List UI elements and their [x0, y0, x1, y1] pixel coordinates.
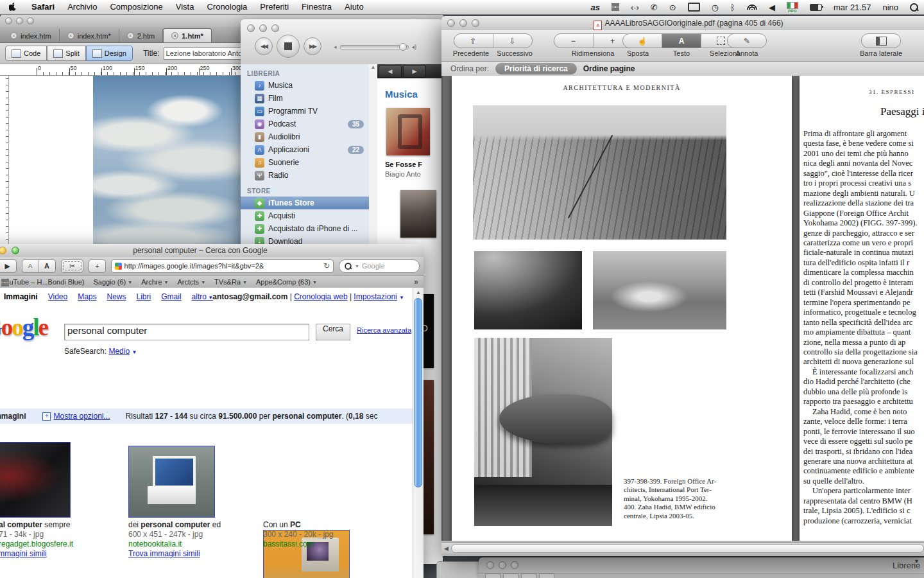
time-machine-menu-icon[interactable]: ◷ [706, 0, 724, 14]
pdf-zoom-button[interactable] [472, 19, 479, 27]
find-similar-link[interactable]: ova immagini simili [0, 549, 73, 559]
sidebar-item-acquistato-da-iphone-di-[interactable]: ✚Acquistato da iPhone di ... [241, 222, 369, 235]
menubar-user[interactable]: nino [877, 0, 904, 14]
google-nav-libri[interactable]: Libri [137, 292, 151, 301]
lastfm-menu-icon[interactable]: as [585, 0, 605, 14]
sort-page-order-button[interactable]: Ordine pagine [583, 64, 635, 73]
menu-vista[interactable]: Vista [169, 0, 201, 14]
tool-precedente[interactable]: ⇧ [454, 34, 493, 48]
bookmarks-overflow-chevron[interactable]: » [414, 277, 418, 286]
menu-preferiti[interactable]: Preferiti [253, 0, 295, 14]
tab-close-icon[interactable]: × [10, 32, 17, 39]
safari-titlebar[interactable]: personal computer – Cerca con Google [0, 244, 424, 257]
editor-tab-indexhtm[interactable]: ×index.htm* [60, 29, 119, 42]
safesearch-value-link[interactable]: Medio [108, 347, 130, 356]
pdf-close-button[interactable] [447, 19, 455, 27]
bookmark-tvs-ra[interactable]: TVs&Ra▼ [214, 278, 247, 286]
stop-button[interactable] [277, 35, 300, 58]
bookmarks-grid-icon[interactable] [1, 279, 9, 286]
safari-minimize-button[interactable] [0, 247, 6, 254]
store-back-button[interactable]: ◀ [379, 65, 402, 78]
menu-finestra[interactable]: Finestra [295, 0, 338, 14]
editor-tab-2htm[interactable]: ×2.htm [119, 29, 164, 42]
settings-link[interactable]: Impostazioni [354, 292, 397, 301]
sidebar-item-film[interactable]: ▦Film [241, 92, 369, 105]
editor-tab-indexhtm[interactable]: ×index.htm [3, 29, 60, 42]
menu-cronologia[interactable]: Cronologia [200, 0, 253, 14]
code-view-button[interactable]: Code [5, 46, 47, 61]
album-1-title[interactable]: Se Fosse F [385, 161, 422, 168]
sidebar-item-applicazioni[interactable]: AApplicazioni22 [241, 143, 369, 156]
sidebar-item-radio[interactable]: ΨRadio [241, 169, 369, 182]
editor-minimize-button[interactable] [16, 17, 23, 24]
tool-barra-laterale[interactable] [862, 34, 900, 48]
spotlight-menu-icon[interactable] [904, 0, 924, 14]
itunes-minimize-button[interactable] [259, 24, 267, 32]
settings-arrow-icon[interactable]: ▼ [399, 295, 404, 301]
itunes-titlebar[interactable]: ◀◀ ▶▶ ◂ ◂) [241, 19, 443, 65]
sidebar-item-programmi-tv[interactable]: ▭Programmi TV [241, 105, 369, 118]
tool-sposta[interactable]: ☝ [623, 34, 662, 48]
bookmark-appe-comp-63-[interactable]: Appe&Comp (63)▼ [256, 278, 317, 286]
safari-zoom-button[interactable] [12, 247, 19, 254]
reload-icon[interactable]: ↻ [323, 261, 330, 270]
volume-slider[interactable] [340, 45, 409, 49]
pdf-left-page[interactable]: ARCHITETTURA E MODERNITÀ 397-398-399. Fo… [452, 76, 792, 541]
album-cover-1[interactable] [386, 108, 430, 155]
tool-ridimensiona[interactable]: − [554, 34, 594, 48]
displays-menu-icon[interactable] [682, 0, 706, 14]
clouds-image[interactable] [93, 76, 241, 252]
toolbar-search-field[interactable]: ▼ Google [339, 259, 420, 273]
librerie-close-button[interactable] [486, 561, 494, 569]
bookmark-saggio-6-[interactable]: Saggio (6)▼ [93, 278, 132, 286]
scroll-up-arrow-icon[interactable]: ▲ [413, 288, 424, 295]
store-forward-button[interactable]: ▶ [403, 65, 426, 78]
document-title-field[interactable]: Lezione laboratorio Antonino S [164, 48, 244, 60]
battery-menu-icon[interactable] [804, 0, 828, 14]
google-nav-gmail[interactable]: Gmail [161, 292, 181, 301]
wifi-menu-icon[interactable] [741, 0, 763, 14]
url-text[interactable]: http://images.google.it/images?hl=it&gbv… [124, 262, 264, 270]
google-nav-immagini[interactable]: Immagini [4, 292, 38, 301]
larger-text-button[interactable]: A [38, 260, 55, 272]
tab-close-icon[interactable]: × [171, 32, 178, 39]
tool-successivo[interactable]: ⇩ [493, 34, 532, 48]
scroll-left-arrow-icon[interactable]: ◀ [441, 545, 451, 552]
google-nav-news[interactable]: News [107, 292, 126, 301]
show-options-link[interactable]: Mostra opzioni... [53, 412, 110, 421]
previous-track-button[interactable]: ◀◀ [255, 37, 273, 55]
show-options[interactable]: + Mostra opzioni... [42, 412, 110, 421]
sidebar-item-audiolibri[interactable]: ▮Audiolibri [241, 130, 369, 143]
result-title[interactable]: Con un PC [263, 520, 333, 530]
album-cover-2[interactable] [400, 190, 436, 238]
account-email[interactable]: antosag@gmail.com [212, 292, 287, 301]
safesearch-arrow-icon[interactable]: ▼ [132, 349, 137, 355]
editor-tab-1htm[interactable]: ×1.htm* [163, 28, 212, 42]
apple-menu[interactable] [0, 3, 25, 12]
sidebar-item-suonerie[interactable]: ♫Suonerie [241, 156, 369, 169]
design-view-button[interactable]: Design [86, 46, 133, 61]
pdf-horizontal-scrollbar[interactable]: ◀ [441, 542, 924, 554]
address-bar[interactable]: http://images.google.it/images?hl=it&gbv… [111, 259, 334, 273]
result-thumbnail-1[interactable] [0, 442, 71, 518]
menubar-clock[interactable]: mar 21.57 [828, 0, 877, 14]
menu-archivio[interactable]: Archivio [61, 0, 103, 14]
google-nav-video[interactable]: Video [48, 292, 67, 301]
find-similar-link[interactable]: Trova immagini simili [128, 549, 221, 559]
sync-alert-menu-icon[interactable]: ⊙ [663, 0, 682, 14]
editor-close-button[interactable] [5, 17, 12, 24]
pdf-minimize-button[interactable] [459, 19, 467, 27]
result-title[interactable]: dei personal computer ed [128, 520, 221, 530]
pdf-hscrollbar-thumb[interactable] [451, 544, 924, 553]
librerie-titlebar[interactable]: Librerie [479, 557, 924, 573]
webclip-icon[interactable]: ✂ [63, 261, 81, 270]
tab-close-icon[interactable]: × [67, 32, 74, 39]
menu-aiuto[interactable]: Aiuto [338, 0, 370, 14]
sidebar-item-acquisti[interactable]: ✚Acquisti [241, 209, 369, 222]
volume-slider-thumb[interactable] [399, 43, 407, 51]
bookmark-youtube-h-bondi-blue[interactable]: YouTube – H...Bondi Blue) [1, 278, 84, 286]
spaces-menu-icon[interactable] [606, 0, 625, 14]
google-nav-maps[interactable]: Maps [78, 292, 96, 301]
split-view-button[interactable]: Split [47, 46, 85, 61]
sidebar-item-musica[interactable]: ♪Musica [241, 79, 369, 92]
